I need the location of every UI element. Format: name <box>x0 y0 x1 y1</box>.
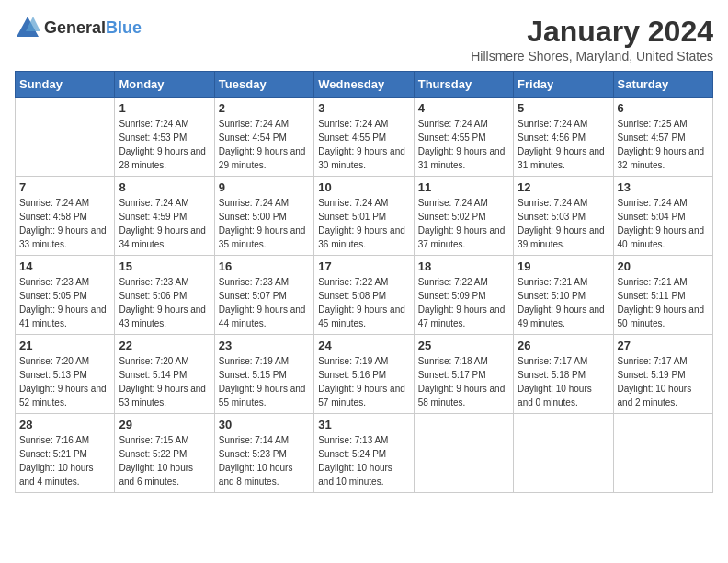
calendar-cell: 13Sunrise: 7:24 AMSunset: 5:04 PMDayligh… <box>613 177 712 256</box>
header-wednesday: Wednesday <box>314 72 414 98</box>
page-header: GeneralBlue January 2024 Hillsmere Shore… <box>15 15 713 63</box>
day-info: Sunrise: 7:24 AMSunset: 5:01 PMDaylight:… <box>318 196 409 251</box>
calendar-cell: 8Sunrise: 7:24 AMSunset: 4:59 PMDaylight… <box>115 177 214 256</box>
day-number: 29 <box>119 418 210 431</box>
day-number: 7 <box>19 180 110 194</box>
day-info: Sunrise: 7:24 AMSunset: 5:00 PMDaylight:… <box>219 196 310 251</box>
calendar-cell: 15Sunrise: 7:23 AMSunset: 5:06 PMDayligh… <box>115 256 214 335</box>
calendar-cell: 31Sunrise: 7:13 AMSunset: 5:24 PMDayligh… <box>314 414 414 493</box>
calendar-cell <box>613 414 712 493</box>
day-number: 27 <box>618 339 709 352</box>
day-info: Sunrise: 7:17 AMSunset: 5:18 PMDaylight:… <box>518 354 609 409</box>
calendar-cell: 27Sunrise: 7:17 AMSunset: 5:19 PMDayligh… <box>613 335 712 414</box>
day-number: 12 <box>518 180 609 194</box>
day-number: 16 <box>219 259 310 273</box>
calendar-cell <box>514 414 613 493</box>
day-number: 6 <box>618 101 709 115</box>
day-info: Sunrise: 7:23 AMSunset: 5:07 PMDaylight:… <box>219 275 310 330</box>
day-number: 25 <box>418 339 509 352</box>
calendar-cell: 28Sunrise: 7:16 AMSunset: 5:21 PMDayligh… <box>16 414 115 493</box>
day-number: 28 <box>19 418 110 431</box>
day-number: 30 <box>219 418 310 431</box>
header-sunday: Sunday <box>16 72 115 98</box>
day-info: Sunrise: 7:14 AMSunset: 5:23 PMDaylight:… <box>219 433 310 488</box>
calendar-cell: 2Sunrise: 7:24 AMSunset: 4:54 PMDaylight… <box>214 98 313 177</box>
calendar-cell: 9Sunrise: 7:24 AMSunset: 5:00 PMDaylight… <box>214 177 313 256</box>
day-info: Sunrise: 7:24 AMSunset: 4:54 PMDaylight:… <box>219 117 310 172</box>
calendar-cell: 21Sunrise: 7:20 AMSunset: 5:13 PMDayligh… <box>16 335 115 414</box>
calendar-table: SundayMondayTuesdayWednesdayThursdayFrid… <box>15 71 713 493</box>
calendar-cell: 5Sunrise: 7:24 AMSunset: 4:56 PMDaylight… <box>514 98 613 177</box>
calendar-cell: 24Sunrise: 7:19 AMSunset: 5:16 PMDayligh… <box>314 335 414 414</box>
day-number: 15 <box>119 259 210 273</box>
day-info: Sunrise: 7:24 AMSunset: 4:58 PMDaylight:… <box>19 196 110 251</box>
day-number: 5 <box>518 101 609 115</box>
day-number: 31 <box>318 418 409 431</box>
day-number: 9 <box>219 180 310 194</box>
day-number: 3 <box>318 101 409 115</box>
logo-blue: Blue <box>106 18 142 37</box>
day-info: Sunrise: 7:21 AMSunset: 5:10 PMDaylight:… <box>518 275 609 330</box>
logo: GeneralBlue <box>15 15 142 40</box>
header-tuesday: Tuesday <box>214 72 313 98</box>
header-thursday: Thursday <box>414 72 513 98</box>
calendar-cell: 16Sunrise: 7:23 AMSunset: 5:07 PMDayligh… <box>214 256 313 335</box>
day-info: Sunrise: 7:24 AMSunset: 5:04 PMDaylight:… <box>618 196 709 251</box>
calendar-body: 1Sunrise: 7:24 AMSunset: 4:53 PMDaylight… <box>16 98 713 493</box>
header-monday: Monday <box>115 72 214 98</box>
week-row-4: 28Sunrise: 7:16 AMSunset: 5:21 PMDayligh… <box>16 414 713 493</box>
day-number: 10 <box>318 180 409 194</box>
day-info: Sunrise: 7:24 AMSunset: 4:55 PMDaylight:… <box>418 117 509 172</box>
calendar-cell: 26Sunrise: 7:17 AMSunset: 5:18 PMDayligh… <box>514 335 613 414</box>
day-info: Sunrise: 7:24 AMSunset: 4:59 PMDaylight:… <box>119 196 210 251</box>
day-info: Sunrise: 7:15 AMSunset: 5:22 PMDaylight:… <box>119 433 210 488</box>
day-number: 23 <box>219 339 310 352</box>
week-row-0: 1Sunrise: 7:24 AMSunset: 4:53 PMDaylight… <box>16 98 713 177</box>
day-number: 18 <box>418 259 509 273</box>
day-info: Sunrise: 7:21 AMSunset: 5:11 PMDaylight:… <box>618 275 709 330</box>
day-number: 2 <box>219 101 310 115</box>
day-number: 14 <box>19 259 110 273</box>
calendar-cell: 22Sunrise: 7:20 AMSunset: 5:14 PMDayligh… <box>115 335 214 414</box>
day-info: Sunrise: 7:22 AMSunset: 5:09 PMDaylight:… <box>418 275 509 330</box>
calendar-cell: 20Sunrise: 7:21 AMSunset: 5:11 PMDayligh… <box>613 256 712 335</box>
day-number: 11 <box>418 180 509 194</box>
day-info: Sunrise: 7:23 AMSunset: 5:06 PMDaylight:… <box>119 275 210 330</box>
calendar-cell: 18Sunrise: 7:22 AMSunset: 5:09 PMDayligh… <box>414 256 513 335</box>
day-number: 26 <box>518 339 609 352</box>
day-info: Sunrise: 7:22 AMSunset: 5:08 PMDaylight:… <box>318 275 409 330</box>
day-info: Sunrise: 7:23 AMSunset: 5:05 PMDaylight:… <box>19 275 110 330</box>
day-info: Sunrise: 7:24 AMSunset: 4:55 PMDaylight:… <box>318 117 409 172</box>
day-number: 8 <box>119 180 210 194</box>
calendar-cell: 6Sunrise: 7:25 AMSunset: 4:57 PMDaylight… <box>613 98 712 177</box>
calendar-cell: 30Sunrise: 7:14 AMSunset: 5:23 PMDayligh… <box>214 414 313 493</box>
location: Hillsmere Shores, Maryland, United State… <box>471 49 713 63</box>
day-number: 4 <box>418 101 509 115</box>
week-row-3: 21Sunrise: 7:20 AMSunset: 5:13 PMDayligh… <box>16 335 713 414</box>
day-info: Sunrise: 7:20 AMSunset: 5:14 PMDaylight:… <box>119 354 210 409</box>
day-number: 1 <box>119 101 210 115</box>
day-info: Sunrise: 7:24 AMSunset: 5:03 PMDaylight:… <box>518 196 609 251</box>
calendar-cell: 19Sunrise: 7:21 AMSunset: 5:10 PMDayligh… <box>514 256 613 335</box>
calendar-cell: 1Sunrise: 7:24 AMSunset: 4:53 PMDaylight… <box>115 98 214 177</box>
day-number: 22 <box>119 339 210 352</box>
day-info: Sunrise: 7:19 AMSunset: 5:15 PMDaylight:… <box>219 354 310 409</box>
logo-general: General <box>44 18 106 37</box>
day-number: 13 <box>618 180 709 194</box>
day-info: Sunrise: 7:24 AMSunset: 4:53 PMDaylight:… <box>119 117 210 172</box>
calendar-cell: 14Sunrise: 7:23 AMSunset: 5:05 PMDayligh… <box>16 256 115 335</box>
calendar-cell: 11Sunrise: 7:24 AMSunset: 5:02 PMDayligh… <box>414 177 513 256</box>
calendar-cell: 7Sunrise: 7:24 AMSunset: 4:58 PMDaylight… <box>16 177 115 256</box>
header-friday: Friday <box>514 72 613 98</box>
calendar-cell: 23Sunrise: 7:19 AMSunset: 5:15 PMDayligh… <box>214 335 313 414</box>
logo-icon <box>15 15 40 40</box>
calendar-cell: 25Sunrise: 7:18 AMSunset: 5:17 PMDayligh… <box>414 335 513 414</box>
day-info: Sunrise: 7:19 AMSunset: 5:16 PMDaylight:… <box>318 354 409 409</box>
day-info: Sunrise: 7:17 AMSunset: 5:19 PMDaylight:… <box>618 354 709 409</box>
day-info: Sunrise: 7:24 AMSunset: 4:56 PMDaylight:… <box>518 117 609 172</box>
calendar-cell: 10Sunrise: 7:24 AMSunset: 5:01 PMDayligh… <box>314 177 414 256</box>
calendar-cell: 17Sunrise: 7:22 AMSunset: 5:08 PMDayligh… <box>314 256 414 335</box>
calendar-cell: 3Sunrise: 7:24 AMSunset: 4:55 PMDaylight… <box>314 98 414 177</box>
header-saturday: Saturday <box>613 72 712 98</box>
calendar-cell: 4Sunrise: 7:24 AMSunset: 4:55 PMDaylight… <box>414 98 513 177</box>
